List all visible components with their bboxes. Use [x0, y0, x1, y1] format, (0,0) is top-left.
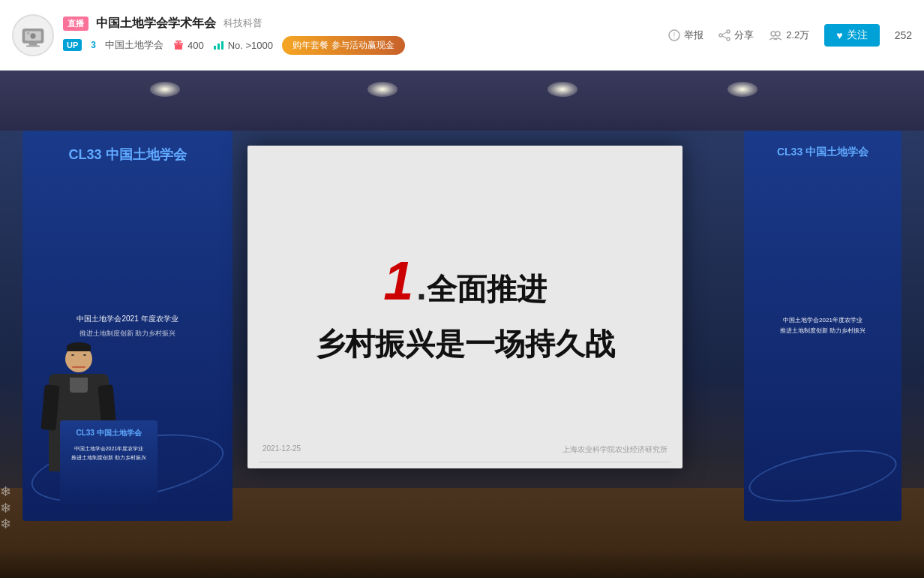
- slide-first-line: 1.全面推进: [315, 250, 615, 312]
- gift-stat: 400: [172, 40, 204, 51]
- svg-rect-13: [221, 41, 224, 50]
- svg-point-5: [27, 32, 30, 35]
- svg-rect-4: [26, 45, 40, 47]
- slide-title-line1: 全面推进: [427, 272, 547, 306]
- activity-label: 参与活动赢现金: [332, 39, 394, 52]
- right-panel-deco: [745, 441, 900, 511]
- gift-count: 400: [188, 40, 204, 51]
- header-actions: ! 举报 分享 2.2万 ♥ 关注: [668, 24, 912, 47]
- share-label: 分享: [734, 29, 754, 42]
- slide-content: 1.全面推进 乡村振兴是一场持久战: [292, 227, 638, 387]
- svg-rect-11: [214, 46, 216, 50]
- live-badge: 直播: [63, 17, 88, 31]
- activity-prefix: 购年套餐: [292, 39, 328, 52]
- avatar[interactable]: [12, 14, 54, 56]
- follow-button[interactable]: ♥ 关注: [824, 24, 879, 47]
- viewers-number: 2.2万: [786, 29, 809, 42]
- svg-rect-3: [29, 43, 38, 45]
- svg-text:!: !: [674, 32, 676, 40]
- channel-info: 直播 中国土地学会学术年会 科技科普 UP 3 中国土地学会 400: [63, 16, 668, 55]
- gift-icon: [172, 40, 184, 50]
- ceiling-light-1: [150, 82, 180, 97]
- screen-divider-line: [259, 462, 671, 462]
- svg-point-17: [719, 34, 722, 37]
- svg-rect-12: [218, 44, 220, 50]
- svg-point-22: [776, 32, 780, 36]
- right-panel-logo: CL33 中国土地学会: [777, 146, 868, 159]
- channel-tag: 科技科普: [224, 17, 262, 30]
- svg-point-16: [727, 30, 730, 33]
- header-bar: 直播 中国土地学会学术年会 科技科普 UP 3 中国土地学会 400: [0, 0, 924, 71]
- podium-text: 中国土地学会2021年度农学业 推进土地制度创新 助力乡村振兴: [64, 444, 154, 462]
- bars-icon: [213, 40, 225, 50]
- svg-point-21: [771, 32, 776, 36]
- channel-name: 中国土地学会学术年会: [96, 16, 216, 32]
- follow-label: 关注: [847, 29, 868, 42]
- bottom-vignette: [0, 548, 924, 578]
- share-button[interactable]: 分享: [718, 29, 754, 42]
- right-panel: CL33 中国土地学会 中国土地学会2021年度农学业 推进土地制度创新 助力乡…: [744, 131, 902, 521]
- svg-line-20: [722, 36, 727, 38]
- rank-stat: No. >1000: [213, 40, 273, 51]
- slide-footer: 2021-12-25 上海农业科学院农业经济研究所: [248, 444, 682, 455]
- right-panel-text: 中国土地学会2021年度农学业 推进土地制度创新 助力乡村振兴: [752, 315, 894, 337]
- viewers-icon: [769, 30, 782, 41]
- ceiling: [0, 71, 924, 131]
- subscriber-name: 中国土地学会: [105, 38, 164, 52]
- podium-area: CL33 中国土地学会 中国土地学会2021年度农学业 推进土地制度创新 助力乡…: [38, 255, 218, 510]
- svg-point-2: [30, 33, 35, 38]
- left-panel-logo: CL33 中国土地学会: [68, 146, 186, 164]
- slide-date: 2021-12-25: [262, 444, 301, 455]
- svg-point-10: [178, 41, 182, 43]
- report-label: 举报: [684, 29, 704, 42]
- podium: CL33 中国土地学会 中国土地学会2021年度农学业 推进土地制度创新 助力乡…: [60, 420, 158, 510]
- up-number: 3: [91, 40, 96, 50]
- report-icon: !: [668, 29, 680, 41]
- heart-icon: ♥: [836, 29, 842, 41]
- ceiling-light-3: [548, 82, 578, 97]
- slide-dot: .: [416, 267, 426, 307]
- slide-title-line2: 乡村振兴是一场持久战: [315, 324, 615, 365]
- slide-org: 上海农业科学院农业经济研究所: [562, 444, 668, 455]
- svg-line-19: [722, 32, 727, 35]
- svg-point-9: [176, 41, 178, 43]
- follow-count: 252: [895, 29, 912, 41]
- slide-number: 1: [383, 251, 413, 311]
- snow-decoration: ❄❄❄: [0, 484, 22, 533]
- report-button[interactable]: ! 举报: [668, 29, 704, 42]
- viewers-count: 2.2万: [769, 29, 809, 42]
- podium-logo: CL33 中国土地学会: [76, 428, 141, 438]
- rank-label: No. >1000: [228, 40, 273, 51]
- ceiling-light-2: [368, 82, 398, 97]
- presentation-screen: 1.全面推进 乡村振兴是一场持久战 2021-12-25 上海农业科学院农业经济…: [248, 146, 682, 468]
- video-area: CL33 中国土地学会 中国土地学会2021 年度农学业 推进土地制度创新 助力…: [0, 71, 924, 578]
- ceiling-light-4: [728, 82, 758, 97]
- up-badge: UP: [63, 39, 82, 51]
- activity-button[interactable]: 购年套餐 参与活动赢现金: [282, 36, 405, 55]
- share-icon: [718, 29, 730, 41]
- svg-point-18: [727, 38, 730, 41]
